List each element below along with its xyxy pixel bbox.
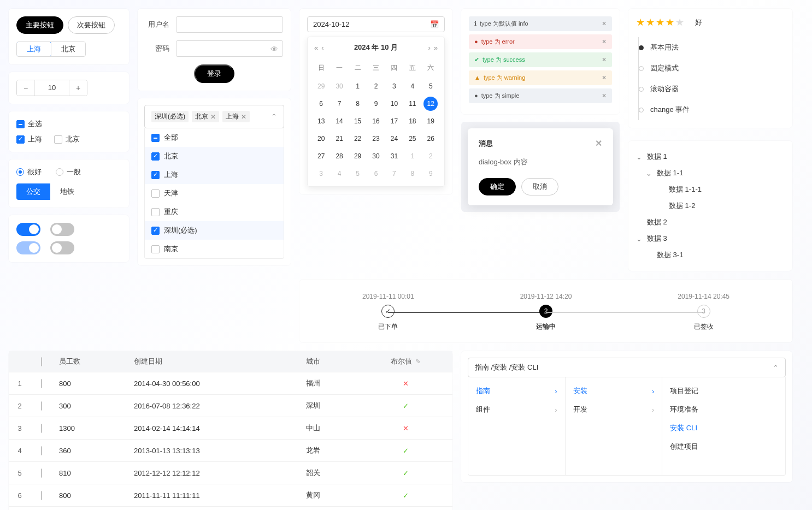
cal-day[interactable]: 26 xyxy=(423,132,438,146)
table-row[interactable]: 18002014-04-30 00:56:00福州✕ xyxy=(9,372,452,395)
dialog-close-icon[interactable]: ✕ xyxy=(595,138,602,149)
cascader-item[interactable]: 指南› xyxy=(468,382,565,400)
cal-day[interactable]: 9 xyxy=(369,97,383,111)
cal-day[interactable]: 21 xyxy=(332,132,346,146)
primary-button[interactable]: 主要按钮 xyxy=(16,16,63,34)
radio-good[interactable]: 很好 xyxy=(16,167,42,177)
username-input[interactable] xyxy=(176,16,283,33)
cascader-input[interactable]: 指南 /安装 /安装 CLI ⌃ xyxy=(468,358,786,377)
checkbox-select-all[interactable]: 全选 xyxy=(16,119,42,129)
col-bool[interactable]: 布尔值 xyxy=(391,357,412,365)
cal-day[interactable]: 16 xyxy=(369,114,383,128)
row-checkbox[interactable] xyxy=(41,491,42,500)
dialog-ok-button[interactable]: 确定 xyxy=(479,178,516,195)
cal-day[interactable]: 6 xyxy=(314,97,328,111)
cal-day[interactable]: 31 xyxy=(387,149,401,163)
cal-day[interactable]: 28 xyxy=(332,149,346,163)
cal-day[interactable]: 25 xyxy=(405,132,420,146)
date-input[interactable]: 2024-10-12 📅 xyxy=(307,16,445,32)
cal-prev-month-icon[interactable]: ‹ xyxy=(321,44,323,52)
cal-day[interactable]: 7 xyxy=(332,97,346,111)
cal-day[interactable]: 2 xyxy=(369,79,383,93)
table-row[interactable]: 23002016-07-08 12:36:22深圳✓ xyxy=(9,395,452,417)
cal-day[interactable]: 30 xyxy=(369,149,383,163)
tree-node[interactable]: 数据 3-1 xyxy=(636,247,785,263)
cal-day[interactable]: 12 xyxy=(423,97,438,111)
row-checkbox[interactable] xyxy=(41,469,42,478)
table-row[interactable]: 74002016-04-30 23:56:00赤壁✕ xyxy=(9,507,452,511)
ms-item[interactable]: 南京 xyxy=(145,240,284,258)
cal-day[interactable]: 3 xyxy=(387,79,401,93)
tree-node[interactable]: 数据 2 xyxy=(636,214,785,230)
cascader-item[interactable]: 创建项目 xyxy=(662,437,785,456)
cal-day[interactable]: 13 xyxy=(314,114,328,128)
tree-caret-icon[interactable]: ⌄ xyxy=(636,235,644,243)
tree-node[interactable]: ⌄数据 1-1 xyxy=(636,165,785,181)
cal-day[interactable]: 4 xyxy=(332,167,346,181)
cal-day[interactable]: 10 xyxy=(387,97,401,111)
edit-icon[interactable]: ✎ xyxy=(415,358,421,365)
radio-normal[interactable]: 一般 xyxy=(56,167,81,177)
ms-item[interactable]: 深圳(必选) xyxy=(145,221,284,240)
tree-node[interactable]: ⌄数据 3 xyxy=(636,230,785,247)
col-city[interactable]: 城市 xyxy=(299,351,359,372)
cal-day[interactable]: 3 xyxy=(314,167,328,181)
anchor-item[interactable]: 滚动容器 xyxy=(639,79,785,99)
cal-day[interactable]: 19 xyxy=(423,114,438,128)
alert-close-icon[interactable]: ✕ xyxy=(602,56,607,63)
cal-day[interactable]: 2 xyxy=(423,149,438,163)
alert-close-icon[interactable]: ✕ xyxy=(602,92,607,99)
switch-1[interactable] xyxy=(16,223,40,236)
checkbox-shanghai[interactable]: 上海 xyxy=(16,134,42,144)
switch-2[interactable] xyxy=(50,223,74,236)
tab-beijing[interactable]: 北京 xyxy=(51,42,85,56)
cal-day[interactable]: 29 xyxy=(351,149,365,163)
ms-item[interactable]: 上海 xyxy=(145,165,284,184)
rate-stars[interactable]: ★★★★★ xyxy=(636,16,685,28)
cal-day[interactable]: 27 xyxy=(314,149,328,163)
tree-node[interactable]: 数据 1-1-1 xyxy=(636,181,785,198)
cascader-item[interactable]: 项目登记 xyxy=(662,382,785,400)
login-button[interactable]: 登录 xyxy=(194,64,234,83)
cal-day[interactable]: 11 xyxy=(405,97,420,111)
tree-node[interactable]: ⌄数据 1 xyxy=(636,149,785,165)
increment-button[interactable]: + xyxy=(69,80,87,96)
row-checkbox[interactable] xyxy=(41,379,42,388)
password-input[interactable]: 👁 xyxy=(176,40,283,57)
col-created[interactable]: 创建日期 xyxy=(127,351,299,372)
cascader-item[interactable]: 环境准备 xyxy=(662,400,785,419)
cascader-item[interactable]: 组件› xyxy=(468,400,565,419)
table-row[interactable]: 313002014-02-14 14:14:14中山✕ xyxy=(9,417,452,440)
tree-node[interactable]: 数据 1-2 xyxy=(636,198,785,214)
cascader-item[interactable]: 开发› xyxy=(566,400,662,419)
tab-shanghai[interactable]: 上海 xyxy=(16,41,51,57)
cal-day[interactable]: 29 xyxy=(314,79,328,93)
anchor-item[interactable]: 基本用法 xyxy=(639,37,785,58)
cal-day[interactable]: 22 xyxy=(351,132,365,146)
cascader-item[interactable]: 安装› xyxy=(566,382,662,400)
ms-item-all[interactable]: 全部 xyxy=(145,128,284,147)
tag-remove-icon[interactable]: ✕ xyxy=(241,113,246,121)
table-row[interactable]: 43602013-01-13 13:13:13龙岩✓ xyxy=(9,440,452,462)
row-checkbox[interactable] xyxy=(41,446,42,455)
cal-day[interactable]: 14 xyxy=(332,114,346,128)
cal-day[interactable]: 20 xyxy=(314,132,328,146)
alert-close-icon[interactable]: ✕ xyxy=(602,38,607,45)
table-row[interactable]: 58102012-12-12 12:12:12韶关✓ xyxy=(9,462,452,484)
alert-close-icon[interactable]: ✕ xyxy=(602,74,607,81)
switch-3[interactable] xyxy=(16,241,40,254)
checkbox-beijing[interactable]: 北京 xyxy=(54,134,80,144)
multiselect-input[interactable]: 深圳(必选)北京 ✕上海 ✕ ⌃ xyxy=(144,105,284,128)
cal-day[interactable]: 5 xyxy=(351,167,365,181)
ms-item[interactable]: 重庆 xyxy=(145,203,284,221)
ms-item[interactable]: 北京 xyxy=(145,147,284,165)
cal-day[interactable]: 23 xyxy=(369,132,383,146)
table-select-all[interactable] xyxy=(41,357,42,366)
cascader-item[interactable]: 安装 CLI xyxy=(662,419,785,437)
cal-prev-year-icon[interactable]: « xyxy=(314,44,318,52)
cal-day[interactable]: 17 xyxy=(387,114,401,128)
alert-close-icon[interactable]: ✕ xyxy=(602,20,607,27)
anchor-item[interactable]: 固定模式 xyxy=(639,58,785,79)
row-checkbox[interactable] xyxy=(41,424,42,433)
cal-day[interactable]: 30 xyxy=(332,79,346,93)
